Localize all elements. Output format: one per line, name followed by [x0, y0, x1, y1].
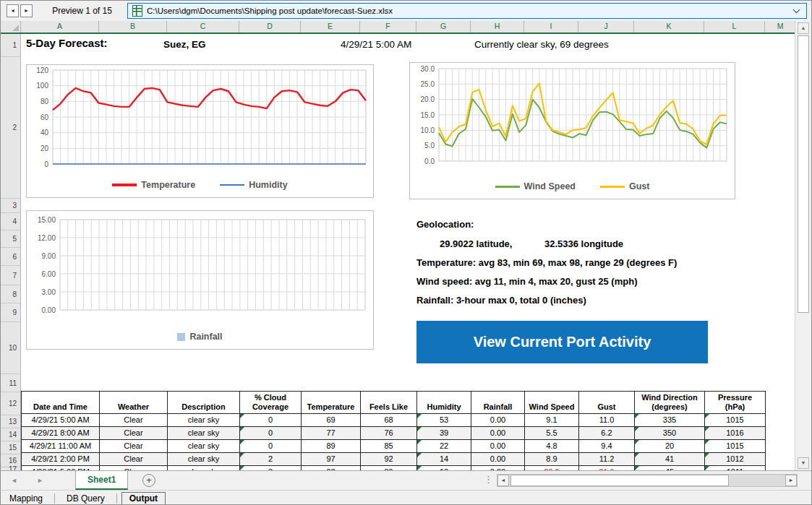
chart-canvas: 020406080100120: [27, 65, 373, 197]
row-header-14: 14: [1, 428, 20, 441]
column-header-C: C: [167, 21, 239, 33]
vertical-scrollbar[interactable]: ▲ ▼: [795, 21, 811, 470]
table-cell: 0: [240, 440, 302, 453]
vertical-scroll-thumb[interactable]: [798, 35, 809, 313]
svg-text:40: 40: [40, 129, 49, 137]
table-cell: 53: [417, 414, 471, 427]
scroll-right-arrow[interactable]: ►: [785, 475, 797, 486]
file-path-combobox[interactable]: C:\Users\dgm\Documents\Shipping post upd…: [127, 3, 807, 19]
column-header-K: K: [634, 21, 704, 33]
legend-item: Humidity: [220, 180, 287, 190]
table-header: Date and Time: [22, 392, 100, 414]
sheet-content: 5-Day Forecast: Suez, EG 4/29/21 5:00 AM…: [21, 34, 796, 470]
svg-text:10.0: 10.0: [421, 126, 435, 134]
table-cell: Clear: [100, 453, 168, 466]
preview-counter: Preview 1 of 15: [44, 1, 120, 21]
table-cell: 97: [302, 453, 361, 466]
table-row: 4/29/21 8:00 AMClearclear sky07776390.00…: [22, 427, 766, 440]
chart-canvas: 0.003.006.009.0012.0015.00: [27, 211, 373, 349]
column-header-A: A: [21, 21, 99, 33]
legend-item: Rainfall: [177, 332, 222, 342]
table-header: Humidity: [417, 392, 471, 414]
legend-item: Temperature: [112, 180, 195, 190]
next-preview-button[interactable]: ►: [20, 4, 33, 17]
row-header-7: 7: [1, 266, 20, 285]
svg-text:6.00: 6.00: [42, 270, 56, 278]
table-cell: 85: [361, 440, 417, 453]
table-header: Feels Like: [361, 392, 417, 414]
previous-preview-button[interactable]: ◄: [7, 4, 19, 17]
wind-summary: Wind speed: avg 11, min 4, max 20, gust …: [416, 276, 637, 287]
row-header-4: 4: [1, 213, 20, 230]
horizontal-scroll-thumb[interactable]: [510, 475, 729, 486]
next-sheet-arrow[interactable]: ►: [37, 477, 43, 484]
table-cell: 1012: [705, 453, 766, 466]
temperature-humidity-chart: 020406080100120TemperatureHumidity: [26, 64, 374, 198]
table-cell: 4/29/21 5:00 AM: [22, 414, 100, 427]
view-port-activity-button[interactable]: View Current Port Activity: [416, 321, 708, 363]
svg-text:5.0: 5.0: [424, 142, 435, 150]
table-cell: 4/29/21 8:00 AM: [22, 427, 100, 440]
legend-label: Temperature: [141, 180, 195, 190]
wind-gust-chart: 0.05.010.015.020.025.030.0Wind SpeedGust: [409, 62, 735, 199]
tab-mapping[interactable]: Mapping: [2, 493, 50, 504]
column-header-H: H: [471, 21, 524, 33]
select-all-corner: [1, 21, 21, 33]
legend-swatch: [177, 333, 185, 341]
legend-line: [600, 186, 625, 188]
tab-splitter-dots[interactable]: ⋮: [484, 474, 493, 485]
table-row: 4/29/21 5:00 AMClearclear sky06968530.00…: [22, 414, 766, 427]
scroll-left-arrow[interactable]: ◄: [497, 475, 509, 486]
legend-line: [220, 184, 244, 186]
chevron-down-icon[interactable]: [793, 7, 800, 14]
tab-output[interactable]: Output: [121, 492, 166, 505]
tab-separator: [116, 493, 117, 504]
current-conditions: Currently clear sky, 69 degrees: [474, 39, 609, 50]
svg-text:30.0: 30.0: [421, 65, 435, 73]
app-tab-bar: Mapping DB Query Output: [1, 490, 812, 505]
row-header-2: 2: [1, 57, 20, 199]
table-cell: 0.00: [471, 440, 525, 453]
table-header: Pressure(hPa): [705, 392, 766, 414]
scroll-up-arrow[interactable]: ▲: [798, 22, 809, 34]
tab-db-query[interactable]: DB Query: [59, 493, 112, 504]
table-cell: Clear: [100, 414, 168, 427]
svg-text:0.00: 0.00: [42, 306, 56, 314]
legend-label: Humidity: [249, 180, 287, 190]
temperature-summary: Temperature: avg 83, min 69, max 98, ran…: [416, 257, 677, 268]
legend-item: Gust: [600, 181, 649, 191]
table-cell: 9.1: [525, 414, 579, 427]
table-header: Wind Speed: [525, 392, 579, 414]
chart-canvas: 0.05.010.015.020.025.030.0: [410, 63, 735, 199]
table-cell: clear sky: [168, 414, 240, 427]
geolocation-label: Geolocation:: [416, 219, 474, 230]
column-header-E: E: [301, 21, 360, 33]
table-cell: 11.0: [579, 414, 635, 427]
horizontal-scrollbar[interactable]: ◄ ►: [497, 474, 798, 487]
forecast-title: 5-Day Forecast:: [26, 37, 108, 49]
column-header-L: L: [704, 21, 765, 33]
svg-text:3.00: 3.00: [42, 288, 56, 296]
svg-text:120: 120: [36, 66, 48, 74]
forecast-timestamp: 4/29/21 5:00 AM: [341, 39, 411, 50]
svg-text:0.0: 0.0: [424, 157, 435, 165]
latitude-value: 29.9022 latitude,: [440, 238, 512, 249]
table-cell: 4/29/21 2:00 PM: [22, 453, 100, 466]
table-cell: 68: [361, 414, 417, 427]
scroll-down-arrow[interactable]: ▼: [798, 457, 809, 469]
table-cell: 0.00: [471, 427, 525, 440]
previous-sheet-arrow[interactable]: ◄: [11, 477, 17, 484]
table-cell: 0: [240, 427, 302, 440]
rainfall-summary: Rainfall: 3-hour max 0, total 0 (inches): [416, 295, 586, 306]
table-cell: 77: [302, 427, 361, 440]
add-sheet-button[interactable]: +: [142, 474, 155, 487]
chart-legend: TemperatureHumidity: [27, 180, 373, 190]
table-cell: 1015: [705, 440, 766, 453]
row-header-15: 15: [1, 441, 20, 454]
table-cell: 14: [417, 453, 471, 466]
table-cell: 2: [240, 453, 302, 466]
row-number-gutter: 1234567891011121314151617: [1, 34, 21, 470]
sheet-tab-sheet1[interactable]: Sheet1: [75, 471, 128, 490]
svg-text:12.00: 12.00: [38, 234, 56, 242]
table-cell: 0.00: [471, 453, 525, 466]
